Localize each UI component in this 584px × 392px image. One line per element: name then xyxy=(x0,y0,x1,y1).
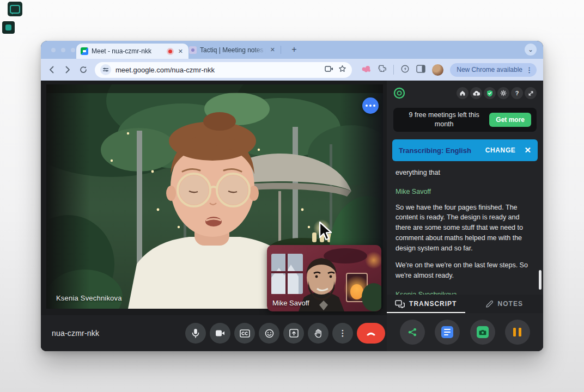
tab-tactiq[interactable]: Tactiq | Meeting notes power ✕ xyxy=(186,41,279,59)
browser-window: Meet - nua-czmr-nkk ✕ Tactiq | Meeting n… xyxy=(41,41,543,351)
profile-avatar[interactable] xyxy=(432,64,443,76)
meet-control-buttons: ⋮ xyxy=(185,323,385,344)
circle-extension-icon[interactable] xyxy=(400,64,410,76)
reload-icon[interactable] xyxy=(79,65,88,74)
summary-button[interactable] xyxy=(435,320,460,345)
pause-button[interactable] xyxy=(505,320,530,345)
close-tab-icon[interactable]: ✕ xyxy=(269,47,276,53)
camera-permission-icon[interactable] xyxy=(325,65,334,75)
tab-meet[interactable]: Meet - nua-czmr-nkk ✕ xyxy=(76,44,188,59)
meet-area: Ksenia Svechnikova xyxy=(41,81,387,351)
tab-title: Meet - nua-czmr-nkk xyxy=(92,47,163,55)
transcript-text: everything that xyxy=(396,168,533,178)
scrollbar-thumb[interactable] xyxy=(539,270,542,290)
window-controls[interactable] xyxy=(51,48,75,52)
window-control-dot[interactable] xyxy=(71,48,75,52)
more-vertical-icon: ⋮ xyxy=(339,328,347,338)
free-meetings-text: 9 free meetings left this month xyxy=(399,111,489,129)
more-options-button[interactable]: ⋮ xyxy=(332,323,353,344)
home-icon[interactable] xyxy=(457,87,469,99)
tab-notes-label: NOTES xyxy=(498,300,523,308)
url-text[interactable]: meet.google.com/nua-czmr-nkk xyxy=(115,66,320,74)
transcript-text: We're on the we're on the last few steps… xyxy=(396,260,533,281)
tactiq-header: ? xyxy=(387,81,543,106)
desktop-background: Meet - nua-czmr-nkk ✕ Tactiq | Meeting n… xyxy=(0,0,584,392)
tactiq-favicon-icon xyxy=(189,46,197,54)
share-icon xyxy=(407,327,417,337)
transcript-list[interactable]: everything that Mike Savoff So we have t… xyxy=(387,161,543,295)
tab-transcript[interactable]: TRANSCRIPT xyxy=(387,295,465,313)
more-vertical-icon[interactable]: ⋮ xyxy=(526,66,533,74)
recording-indicator-icon xyxy=(167,48,174,55)
help-icon[interactable]: ? xyxy=(511,87,523,99)
chat-bubble-icon xyxy=(10,5,20,14)
share-button[interactable] xyxy=(400,320,425,345)
settings-gear-icon[interactable] xyxy=(497,87,509,99)
tactiq-header-icons: ? xyxy=(457,87,537,99)
tab-search-chevron-icon[interactable]: ⌄ xyxy=(525,44,537,56)
toolbar-right-cluster: New Chrome available ⋮ xyxy=(361,63,537,77)
pip-name-label: Mike Savoff xyxy=(272,299,309,307)
transcribing-label: Transcribing: English xyxy=(399,146,485,155)
microphone-button[interactable] xyxy=(185,323,206,344)
tactiq-sidebar: ? 9 free meetings left this month Get mo… xyxy=(387,81,543,351)
chat-overlay-button[interactable] xyxy=(362,97,379,114)
screenshot-camera-icon xyxy=(477,326,489,338)
bookmark-star-icon[interactable] xyxy=(338,65,346,75)
record-square-icon xyxy=(5,24,11,30)
tactiq-action-bar xyxy=(387,313,543,351)
tab-title: Tactiq | Meeting notes power xyxy=(200,46,266,54)
tactiq-logo-icon xyxy=(393,87,405,99)
side-panel-icon[interactable] xyxy=(416,65,425,75)
pip-video-tile[interactable]: Mike Savoff xyxy=(267,245,381,311)
pink-extension-icon[interactable] xyxy=(361,65,371,75)
change-language-button[interactable]: CHANGE xyxy=(485,146,516,154)
transcript-speaker: Ksenia Svechnikova xyxy=(396,290,533,295)
tactiq-tabs: TRANSCRIPT NOTES xyxy=(387,295,543,313)
overlay-record-icon[interactable] xyxy=(2,21,15,34)
tab-notes[interactable]: NOTES xyxy=(465,295,544,313)
overlay-chat-icon[interactable] xyxy=(8,2,22,16)
window-control-dot[interactable] xyxy=(51,48,56,52)
extensions-puzzle-icon[interactable] xyxy=(378,64,387,76)
raise-hand-button[interactable] xyxy=(308,323,328,344)
participant-name-label: Ksenia Svechnikova xyxy=(56,294,122,302)
tab-transcript-label: TRANSCRIPT xyxy=(409,300,457,308)
tab-strip: Meet - nua-czmr-nkk ✕ Tactiq | Meeting n… xyxy=(41,41,543,59)
captions-button[interactable] xyxy=(234,323,255,344)
new-chrome-label: New Chrome available xyxy=(457,66,522,74)
new-chrome-available-button[interactable]: New Chrome available ⋮ xyxy=(450,63,537,77)
transcribing-bar: Transcribing: English CHANGE ✕ xyxy=(392,139,538,161)
close-icon[interactable]: ✕ xyxy=(524,145,531,155)
toolbar-separator xyxy=(393,65,394,75)
new-tab-button[interactable]: + xyxy=(289,44,300,55)
camera-button[interactable] xyxy=(210,323,230,344)
site-settings-icon[interactable] xyxy=(100,64,111,75)
question-glyph: ? xyxy=(515,90,519,96)
meet-favicon-icon xyxy=(81,47,88,55)
close-tab-icon[interactable]: ✕ xyxy=(177,48,184,54)
resize-panel-icon[interactable] xyxy=(525,87,537,99)
url-bar[interactable]: meet.google.com/nua-czmr-nkk xyxy=(95,62,352,78)
pause-icon xyxy=(513,328,521,336)
back-icon[interactable] xyxy=(47,65,56,74)
transcript-text: So we have the four pages finished. The … xyxy=(396,203,533,254)
privacy-shield-icon[interactable] xyxy=(484,87,496,99)
get-more-button[interactable]: Get more xyxy=(489,113,531,127)
window-control-dot[interactable] xyxy=(61,48,65,52)
meet-control-bar: nua-czmr-nkk xyxy=(41,315,387,351)
chat-bubbles-icon xyxy=(395,300,405,308)
end-call-button[interactable] xyxy=(357,323,385,344)
tab-separator xyxy=(281,46,281,54)
browser-toolbar: meet.google.com/nua-czmr-nkk xyxy=(41,59,543,81)
free-meetings-banner: 9 free meetings left this month Get more xyxy=(393,108,537,132)
summary-doc-icon xyxy=(441,326,453,338)
forward-icon[interactable] xyxy=(63,65,72,74)
screenshot-button[interactable] xyxy=(470,320,495,345)
upload-icon[interactable] xyxy=(470,87,482,99)
meeting-code-label: nua-czmr-nkk xyxy=(52,329,99,338)
reactions-button[interactable] xyxy=(259,323,279,344)
browser-content: Ksenia Svechnikova xyxy=(41,81,543,351)
transcript-speaker: Mike Savoff xyxy=(396,187,533,197)
present-screen-button[interactable] xyxy=(283,323,304,344)
